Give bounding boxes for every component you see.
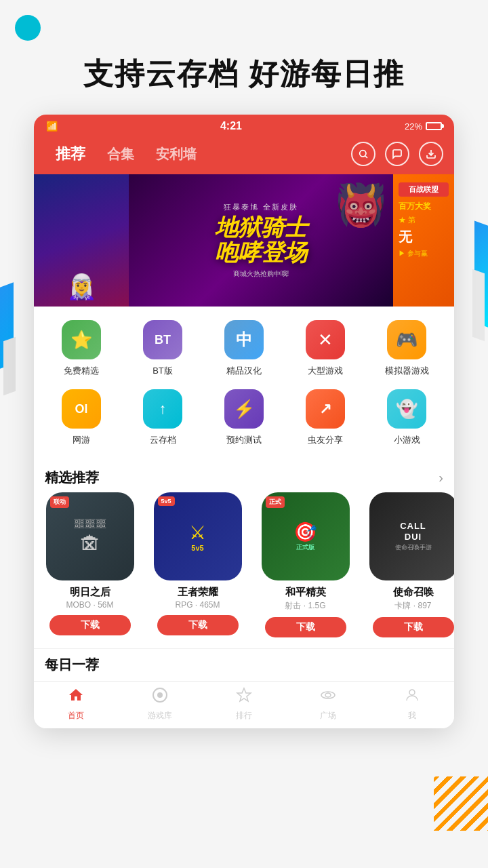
- tab-recommend-wall[interactable]: 安利墙: [145, 145, 207, 163]
- game-info-3: 射击 · 1.5G: [285, 600, 325, 612]
- banner-area[interactable]: 🧝‍♀️ 狂暴泰旭 全新皮肤 地狱骑士咆哮登场 商城火热抢购中哦! 👹 百战联盟…: [34, 174, 454, 307]
- cat-chinese[interactable]: 中 精品汉化: [210, 320, 278, 377]
- battery-percent: 22%: [405, 121, 422, 132]
- nav-me-label: 我: [408, 710, 416, 722]
- download-icon-btn[interactable]: [419, 142, 443, 166]
- game-name-3: 和平精英: [285, 586, 326, 599]
- nav-plaza-label: 广场: [320, 710, 336, 722]
- game-icon-art-2: ⚔ 5v5: [189, 521, 206, 552]
- game-download-btn-2[interactable]: 下载: [157, 615, 239, 635]
- bottom-nav: 首页 游戏库 排行: [34, 681, 454, 728]
- banner-left[interactable]: 🧝‍♀️: [34, 174, 129, 307]
- deco-bottom-right: [434, 776, 488, 831]
- cat-share[interactable]: ↗ 虫友分享: [291, 389, 359, 446]
- game-icon-subtitle-1: 噩噩噩: [74, 517, 106, 532]
- cat-chinese-icon: 中: [224, 320, 264, 359]
- status-bar-left: 📶: [46, 121, 58, 132]
- nav-home[interactable]: 首页: [49, 687, 103, 722]
- nav-me[interactable]: 我: [385, 687, 439, 722]
- game-download-btn-3[interactable]: 下载: [265, 617, 346, 637]
- cat-cloud[interactable]: ↑ 云存档: [129, 389, 197, 446]
- banner-main-title: 地狱骑士咆哮登场: [215, 215, 307, 266]
- banner-left-img: 🧝‍♀️: [34, 174, 129, 307]
- game-icon-art-1: 噩噩噩 🏚: [74, 517, 106, 556]
- game-icon-char-1: 🏚: [74, 533, 106, 556]
- banner-right-badge: 百战联盟: [399, 182, 449, 197]
- svg-point-0: [360, 151, 366, 157]
- game-info-2: RPG · 465M: [175, 600, 220, 610]
- banner-main[interactable]: 狂暴泰旭 全新皮肤 地狱骑士咆哮登场 商城火热抢购中哦! 👹: [129, 174, 393, 307]
- search-icon-btn[interactable]: [351, 142, 375, 166]
- cat-preorder[interactable]: ⚡ 预约测试: [210, 389, 278, 446]
- cat-big[interactable]: ✕ 大型游戏: [291, 320, 359, 377]
- ranking-icon: [236, 687, 252, 707]
- tab-recommend[interactable]: 推荐: [45, 144, 96, 164]
- game-item-3[interactable]: 🎯 正式版 正式 和平精英 射击 · 1.5G 下载: [256, 492, 354, 637]
- banner-monster-icon: 👹: [336, 181, 386, 229]
- cat-online-icon: Ol: [62, 389, 101, 429]
- tab-collection[interactable]: 合集: [96, 145, 145, 163]
- banner-right-join: ▶ 参与赢: [399, 249, 449, 258]
- svg-marker-5: [237, 688, 251, 701]
- svg-point-8: [409, 690, 415, 695]
- phone-frame: 📶 4:21 22% 推荐 合集 安利墙: [34, 115, 454, 728]
- me-icon: [404, 687, 420, 707]
- game-item-4[interactable]: CALLDUI 使命召唤手游 使命召唤 卡牌 · 897 下载: [364, 492, 454, 637]
- featured-title: 精选推荐: [45, 469, 99, 487]
- game-download-btn-1[interactable]: 下载: [49, 615, 131, 635]
- game-badge-1: 联动: [50, 496, 69, 508]
- svg-line-1: [365, 156, 367, 158]
- nav-ranking-label: 排行: [236, 710, 252, 722]
- message-icon-btn[interactable]: [385, 142, 409, 166]
- cat-online-label: 网游: [73, 434, 90, 446]
- cat-share-icon: ↗: [306, 389, 345, 429]
- library-icon: [152, 687, 168, 707]
- banner-main-content: 狂暴泰旭 全新皮肤 地狱骑士咆哮登场 商城火热抢购中哦! 👹: [129, 174, 393, 307]
- cat-online[interactable]: Ol 网游: [47, 389, 115, 446]
- nav-library-label: 游戏库: [148, 710, 172, 722]
- banner-right-text: 无: [399, 227, 449, 246]
- cat-emulator[interactable]: 🎮 模拟器游戏: [373, 320, 441, 377]
- cat-big-label: 大型游戏: [308, 365, 343, 377]
- nav-home-label: 首页: [68, 710, 84, 722]
- game-icon-3: 🎯 正式版 正式: [262, 492, 350, 580]
- game-download-btn-4[interactable]: 下载: [373, 617, 454, 637]
- cat-row-2: Ol 网游 ↑ 云存档 ⚡ 预约测试 ↗ 虫友分享 👻 小游戏: [41, 389, 447, 446]
- banner-main-sub: 商城火热抢购中哦!: [233, 269, 289, 279]
- featured-more[interactable]: ›: [439, 470, 443, 486]
- home-icon: [68, 687, 84, 707]
- game-icon-label-3: 正式版: [293, 543, 317, 552]
- blue-dot: [15, 15, 41, 41]
- cat-row-1: ⭐ 免费精选 BT BT版 中 精品汉化 ✕ 大型游戏 🎮 模拟器游戏: [41, 320, 447, 377]
- banner-right-star: ★ 第: [399, 215, 449, 225]
- game-info-1: MOBO · 56M: [66, 600, 113, 610]
- banner-right[interactable]: 百战联盟 百万大奖 ★ 第 无 ▶ 参与赢: [393, 174, 454, 307]
- cat-preorder-icon: ⚡: [224, 389, 264, 429]
- nav-icons: [351, 142, 443, 166]
- cat-bt[interactable]: BT BT版: [129, 320, 197, 377]
- game-icon-4: CALLDUI 使命召唤手游: [369, 492, 455, 580]
- nav-ranking[interactable]: 排行: [217, 687, 271, 722]
- headline: 支持云存档 好游每日推: [0, 0, 488, 94]
- game-icon-char-3: 🎯: [293, 521, 317, 543]
- game-icon-char-2: ⚔: [189, 521, 206, 544]
- game-item-2[interactable]: ⚔ 5v5 5v5 王者荣耀 RPG · 465M 下载: [148, 492, 247, 637]
- nav-library[interactable]: 游戏库: [133, 687, 187, 722]
- cat-free[interactable]: ⭐ 免费精选: [47, 320, 115, 377]
- battery-icon: [426, 122, 442, 130]
- game-item-1[interactable]: 噩噩噩 🏚 联动 明日之后 MOBO · 56M 下载: [41, 492, 139, 637]
- status-bar-time: 4:21: [220, 120, 242, 132]
- cat-bt-label: BT版: [152, 365, 173, 377]
- cat-mini[interactable]: 👻 小游戏: [373, 389, 441, 446]
- nav-plaza[interactable]: 广场: [301, 687, 355, 722]
- banner-main-subtitle: 狂暴泰旭 全新皮肤: [224, 202, 298, 212]
- game-icon-sublabel-4: 使命召唤手游: [395, 543, 432, 552]
- game-badge-3: 正式: [266, 496, 285, 508]
- game-icon-label-2: 5v5: [189, 544, 206, 552]
- game-icon-1: 噩噩噩 🏚 联动: [46, 492, 134, 580]
- categories: ⭐ 免费精选 BT BT版 中 精品汉化 ✕ 大型游戏 🎮 模拟器游戏 Ol: [34, 307, 454, 462]
- game-badge-2: 5v5: [158, 496, 175, 506]
- cat-free-label: 免费精选: [64, 365, 99, 377]
- status-bar: 📶 4:21 22%: [34, 115, 454, 138]
- call-dui-text: CALLDUI: [395, 521, 432, 542]
